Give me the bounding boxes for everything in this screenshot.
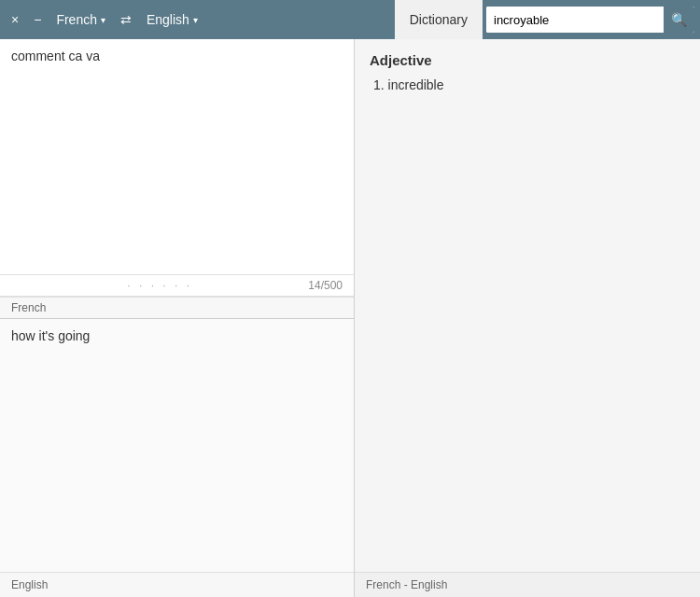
target-lang-chevron-icon: ▾ [193,15,198,25]
target-lang-footer: English [0,572,354,597]
source-lang-footer: French [0,297,354,318]
dots-decoration: · · · · · · [11,279,308,292]
source-lang-chevron-icon: ▾ [101,15,105,25]
source-lang-label: French [56,12,97,27]
dictionary-tab[interactable]: Dictionary [395,0,483,39]
close-button[interactable]: × [6,8,24,31]
translation-bottom: how it's going English [0,319,354,598]
right-panel: Adjective 1. incredible French - English [355,39,700,597]
source-text[interactable]: comment ca va [0,39,354,274]
dict-footer: French - English [355,572,700,597]
char-count: 14/500 [308,279,343,292]
source-lang-selector[interactable]: French ▾ [50,8,111,31]
entry-word: incredible [388,77,444,92]
target-lang-selector[interactable]: English ▾ [141,8,203,31]
dict-entry-1: 1. incredible [370,77,685,92]
toolbar: × − French ▾ ⇄ English ▾ Dictionary 🔍 [0,0,700,39]
translation-top: comment ca va · · · · · · 14/500 French [0,39,354,319]
dictionary-content: Adjective 1. incredible [355,39,700,572]
minimize-button[interactable]: − [28,8,47,31]
search-input[interactable] [486,7,664,33]
entry-number: 1. [373,77,388,92]
divider: · · · · · · 14/500 [0,274,354,297]
part-of-speech: Adjective [370,52,685,68]
search-wrapper: 🔍 [486,7,694,33]
translated-text: how it's going [0,319,354,573]
left-panel: comment ca va · · · · · · 14/500 French … [0,39,355,597]
target-lang-label: English [147,12,189,27]
main-content: comment ca va · · · · · · 14/500 French … [0,39,700,597]
swap-languages-button[interactable]: ⇄ [115,8,137,31]
search-button[interactable]: 🔍 [664,7,694,33]
